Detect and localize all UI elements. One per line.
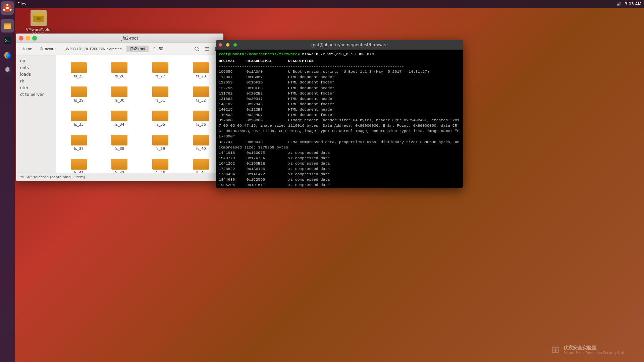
folder-icon-fs_27 bbox=[152, 60, 168, 73]
file-manager-toolbar: Home firmware _W25Q128_BL F300.BIN.extra… bbox=[16, 43, 223, 55]
folder-icon-fs_34 bbox=[111, 108, 127, 121]
taskbar-divider-2 bbox=[2, 79, 12, 79]
folder-fs_33[interactable]: fs_33 bbox=[59, 106, 99, 129]
tab-home[interactable]: Home bbox=[18, 46, 36, 52]
folder-label-fs_31: fs_31 bbox=[155, 98, 165, 103]
folder-fs_39[interactable]: fs_39 bbox=[141, 130, 180, 153]
tab-fs50[interactable]: fs_50 bbox=[150, 46, 166, 52]
term-min-btn[interactable] bbox=[226, 43, 229, 47]
firefox-icon[interactable] bbox=[1, 49, 14, 62]
watermark: ⊞ 伏宸安全实验室 Future-Sec Information Securit… bbox=[552, 344, 624, 355]
file-manager-grid: fs_25 fs_26 fs_27 fs_28 fs_29 fs_30 bbox=[56, 55, 223, 173]
term-row: 1906206 0x1D161E xz compressed data bbox=[219, 182, 460, 188]
window-minimize-btn[interactable] bbox=[25, 36, 30, 41]
svg-point-2 bbox=[6, 4, 8, 6]
file-manager-sidebar: op ents loads rk uter ct to Server bbox=[16, 55, 56, 173]
svg-point-3 bbox=[10, 9, 12, 11]
term-row: 106656 0x1A0A0 U-Boot version string, "U… bbox=[219, 69, 460, 74]
folder-fs_26[interactable]: fs_26 bbox=[100, 58, 140, 80]
svg-rect-8 bbox=[4, 37, 11, 44]
folder-label-fs_35: fs_35 bbox=[155, 122, 165, 127]
folder-label-fs_39: fs_39 bbox=[155, 146, 165, 151]
folder-icon-fs_28 bbox=[193, 60, 209, 73]
folder-label-fs_40: fs_40 bbox=[196, 146, 206, 151]
folder-fs_25[interactable]: fs_25 bbox=[59, 58, 99, 80]
folder-grid: fs_25 fs_26 fs_27 fs_28 fs_29 fs_30 bbox=[59, 58, 221, 173]
term-command: binwalk -e W25Q128_BL\ F300.BIN bbox=[302, 52, 374, 56]
tab-jffs2root[interactable]: jffs2-root bbox=[126, 46, 149, 52]
topbar-app-label: Files bbox=[17, 2, 26, 6]
folder-fs_31[interactable]: fs_31 bbox=[141, 82, 180, 105]
list-view-btn[interactable] bbox=[203, 45, 211, 53]
tab-firmware[interactable]: firmware bbox=[37, 46, 59, 52]
folder-icon-fs_25 bbox=[71, 60, 87, 73]
sidebar-item-connect[interactable]: ct to Server bbox=[17, 91, 55, 98]
folder-fs_35[interactable]: fs_35 bbox=[141, 106, 180, 129]
term-row: 327744 0x50040 LZMA compressed data, pro… bbox=[219, 139, 460, 150]
term-row: 131762 0x202B2 HTML document footer bbox=[219, 91, 460, 96]
topbar-sound-icon[interactable]: 🔊 bbox=[616, 2, 622, 6]
folder-fs_41[interactable]: fs_41 bbox=[59, 154, 99, 173]
term-row: 1766434 0x1AF422 xz compressed data bbox=[219, 172, 460, 177]
term-row: 114007 0x1BD57 HTML document header bbox=[219, 74, 460, 80]
folder-fs_29[interactable]: fs_29 bbox=[59, 82, 99, 105]
folder-icon-fs_43 bbox=[152, 156, 168, 170]
folder-icon-fs_42 bbox=[111, 156, 127, 170]
taskbar-left bbox=[0, 0, 15, 362]
sidebar-item-downloads[interactable]: loads bbox=[17, 71, 55, 78]
window-maximize-btn[interactable] bbox=[32, 36, 37, 41]
sidebar-item-computer[interactable]: uter bbox=[17, 84, 55, 91]
file-manager-title: jfs2-root bbox=[39, 36, 221, 41]
folder-label-fs_38: fs_38 bbox=[115, 146, 124, 151]
folder-fs_36[interactable]: fs_36 bbox=[181, 106, 221, 129]
folder-icon-fs_33 bbox=[71, 108, 87, 121]
folder-icon-fs_38 bbox=[111, 132, 127, 145]
folder-fs_32[interactable]: fs_32 bbox=[181, 82, 221, 105]
folder-fs_44[interactable]: fs_44 bbox=[181, 154, 221, 173]
window-close-btn[interactable] bbox=[19, 36, 23, 41]
sidebar-item-network[interactable]: rk bbox=[17, 78, 55, 84]
files-icon[interactable] bbox=[1, 19, 14, 33]
file-manager-content: op ents loads rk uter ct to Server fs_25… bbox=[16, 55, 223, 173]
folder-fs_28[interactable]: fs_28 bbox=[181, 58, 221, 80]
folder-fs_43[interactable]: fs_43 bbox=[141, 154, 180, 173]
svg-point-1 bbox=[6, 7, 9, 9]
folder-label-fs_36: fs_36 bbox=[196, 122, 206, 127]
term-close-btn[interactable] bbox=[219, 43, 222, 47]
folder-fs_40[interactable]: fs_40 bbox=[181, 130, 221, 153]
settings-icon[interactable] bbox=[1, 63, 14, 77]
file-manager-status: "fs_50" selected (containing 1 item) bbox=[16, 173, 223, 181]
folder-icon-fs_36 bbox=[193, 108, 209, 121]
folder-fs_27[interactable]: fs_27 bbox=[141, 58, 180, 80]
folder-label-fs_44: fs_44 bbox=[196, 171, 206, 173]
file-manager-titlebar: jfs2-root bbox=[16, 34, 223, 43]
search-btn[interactable] bbox=[193, 45, 201, 53]
folder-label-fs_27: fs_27 bbox=[155, 74, 165, 78]
folder-fs_38[interactable]: fs_38 bbox=[100, 130, 140, 153]
folder-label-fs_25: fs_25 bbox=[74, 74, 84, 78]
folder-icon-fs_32 bbox=[193, 84, 209, 97]
svg-rect-6 bbox=[4, 25, 11, 29]
sidebar-item-documents[interactable]: ents bbox=[17, 64, 55, 71]
term-row: 1844630 0x1C2596 xz compressed data bbox=[219, 177, 460, 182]
folder-label-fs_26: fs_26 bbox=[115, 74, 124, 78]
folder-fs_34[interactable]: fs_34 bbox=[100, 106, 140, 129]
sidebar-item-desktop[interactable]: op bbox=[17, 58, 55, 64]
term-max-btn[interactable] bbox=[233, 43, 237, 47]
trash-icon[interactable] bbox=[1, 346, 14, 359]
folder-icon-fs_41 bbox=[71, 156, 87, 170]
status-text: "fs_50" selected (containing 1 item) bbox=[19, 175, 85, 179]
terminal-content[interactable]: root@ubuntu:/home/pentest/firmware# binw… bbox=[216, 50, 463, 188]
term-row: 1641262 0x190B2E xz compressed data bbox=[219, 161, 460, 166]
folder-fs_37[interactable]: fs_37 bbox=[59, 130, 99, 153]
folder-icon-fs_26 bbox=[111, 60, 127, 73]
topbar: Files 🔊 3:03 AM bbox=[15, 0, 644, 8]
watermark-text: 伏宸安全实验室 Future-Sec Information Security … bbox=[564, 345, 624, 355]
tab-extracted[interactable]: _W25Q128_BL F300.BIN.extracted bbox=[60, 46, 125, 52]
folder-icon-fs_37 bbox=[71, 132, 87, 145]
folder-fs_30[interactable]: fs_30 bbox=[100, 82, 140, 105]
terminal-window: root@ubuntu:/home/pentest/firmware root@… bbox=[216, 40, 463, 188]
folder-fs_42[interactable]: fs_42 bbox=[100, 154, 140, 173]
ubuntu-icon[interactable] bbox=[1, 1, 14, 15]
terminal-icon[interactable] bbox=[1, 34, 14, 47]
